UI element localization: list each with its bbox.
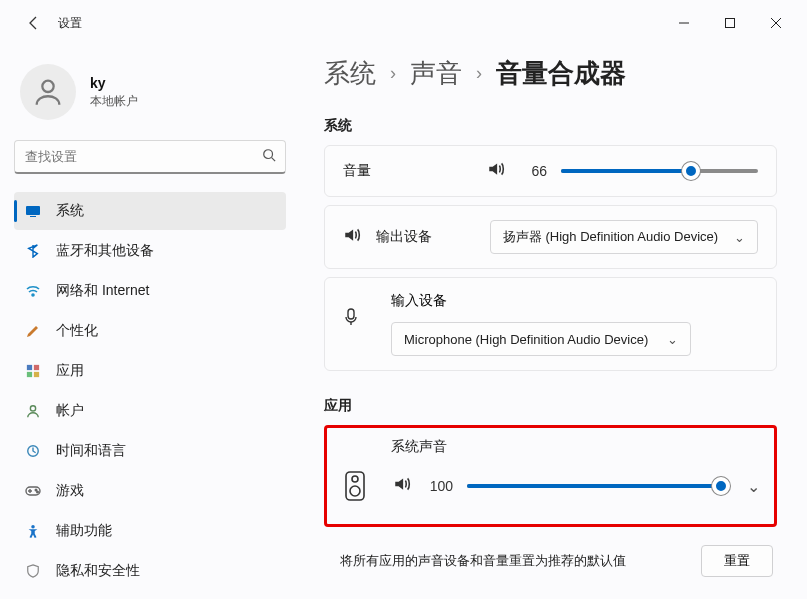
breadcrumb-sound[interactable]: 声音 (410, 56, 462, 91)
clock-icon (24, 442, 42, 460)
app-volume-slider[interactable] (467, 476, 721, 496)
breadcrumb: 系统 › 声音 › 音量合成器 (324, 56, 777, 91)
app-volume-title: 系统声音 (391, 438, 760, 456)
sidebar-item-label: 隐私和安全性 (56, 562, 140, 580)
output-select[interactable]: 扬声器 (High Definition Audio Device) ⌄ (490, 220, 758, 254)
chevron-down-icon[interactable]: ⌄ (747, 477, 760, 496)
svg-rect-6 (30, 216, 36, 217)
avatar (20, 64, 76, 120)
speaker-icon[interactable] (487, 160, 505, 182)
sidebar-item-label: 系统 (56, 202, 84, 220)
sidebar-item-system[interactable]: 系统 (14, 192, 286, 230)
apps-icon (24, 362, 42, 380)
output-label: 输出设备 (376, 228, 462, 246)
volume-card: 音量 66 (324, 145, 777, 197)
svg-rect-8 (27, 365, 32, 370)
accessibility-icon (24, 522, 42, 540)
input-label: 输入设备 (391, 292, 758, 310)
brush-icon (24, 322, 42, 340)
search-input[interactable] (14, 140, 286, 174)
bluetooth-icon (24, 242, 42, 260)
user-subtitle: 本地帐户 (90, 93, 138, 110)
sidebar-item-accessibility[interactable]: 辅助功能 (14, 512, 286, 550)
sidebar-item-bluetooth[interactable]: 蓝牙和其他设备 (14, 232, 286, 270)
sidebar-item-gaming[interactable]: 游戏 (14, 472, 286, 510)
svg-point-22 (350, 486, 360, 496)
svg-point-2 (42, 81, 53, 92)
speaker-icon (343, 226, 362, 248)
sidebar-item-label: 游戏 (56, 482, 84, 500)
nav: 系统 蓝牙和其他设备 网络和 Internet 个性化 应用 帐户 (14, 192, 286, 590)
section-apps-label: 应用 (324, 397, 777, 415)
sidebar-item-accounts[interactable]: 帐户 (14, 392, 286, 430)
window-title: 设置 (58, 15, 82, 32)
account-icon (24, 402, 42, 420)
sidebar-item-label: 应用 (56, 362, 84, 380)
sidebar-item-privacy[interactable]: 隐私和安全性 (14, 552, 286, 590)
svg-rect-9 (34, 365, 39, 370)
system-icon (24, 202, 42, 220)
sidebar-item-label: 个性化 (56, 322, 98, 340)
svg-point-3 (264, 150, 273, 159)
wifi-icon (24, 282, 42, 300)
sidebar-item-time[interactable]: 时间和语言 (14, 432, 286, 470)
user-name: ky (90, 75, 138, 91)
sidebar-item-label: 辅助功能 (56, 522, 112, 540)
system-sounds-icon (341, 466, 369, 506)
input-select-value: Microphone (High Definition Audio Device… (404, 332, 648, 347)
shield-icon (24, 562, 42, 580)
volume-label: 音量 (343, 162, 473, 180)
sidebar-item-apps[interactable]: 应用 (14, 352, 286, 390)
section-system-label: 系统 (324, 117, 777, 135)
svg-rect-10 (27, 372, 32, 377)
breadcrumb-system[interactable]: 系统 (324, 56, 376, 91)
svg-point-17 (31, 525, 35, 529)
svg-point-12 (30, 406, 35, 411)
breadcrumb-current: 音量合成器 (496, 56, 626, 91)
chevron-right-icon: › (390, 63, 396, 84)
microphone-icon (343, 292, 363, 330)
svg-line-4 (272, 158, 276, 162)
sidebar-item-personalization[interactable]: 个性化 (14, 312, 286, 350)
search-icon (262, 148, 276, 166)
app-volume-card: 系统声音 100 ⌄ (324, 425, 777, 527)
back-button[interactable] (18, 15, 50, 31)
sidebar-item-label: 网络和 Internet (56, 282, 149, 300)
svg-point-16 (37, 491, 39, 493)
sidebar-item-label: 蓝牙和其他设备 (56, 242, 154, 260)
main-panel: 系统 › 声音 › 音量合成器 系统 音量 66 (300, 46, 807, 599)
volume-value: 66 (519, 163, 547, 179)
chevron-down-icon: ⌄ (667, 332, 678, 347)
sidebar-item-label: 帐户 (56, 402, 84, 420)
user-card[interactable]: ky 本地帐户 (14, 56, 286, 140)
output-select-value: 扬声器 (High Definition Audio Device) (503, 228, 718, 246)
svg-point-7 (32, 294, 34, 296)
sidebar: ky 本地帐户 系统 蓝牙和其他设备 网络和 Internet (0, 46, 300, 599)
maximize-button[interactable] (707, 8, 753, 38)
svg-rect-1 (726, 19, 735, 28)
input-card: 输入设备 Microphone (High Definition Audio D… (324, 277, 777, 371)
minimize-button[interactable] (661, 8, 707, 38)
svg-rect-18 (348, 309, 354, 319)
chevron-right-icon: › (476, 63, 482, 84)
sidebar-item-label: 时间和语言 (56, 442, 126, 460)
reset-row: 将所有应用的声音设备和音量重置为推荐的默认值 重置 (324, 541, 777, 577)
input-select[interactable]: Microphone (High Definition Audio Device… (391, 322, 691, 356)
speaker-icon[interactable] (393, 475, 411, 497)
title-bar: 设置 (0, 0, 807, 46)
app-volume-value: 100 (425, 478, 453, 494)
chevron-down-icon: ⌄ (734, 230, 745, 245)
close-button[interactable] (753, 8, 799, 38)
svg-point-21 (352, 476, 358, 482)
reset-description: 将所有应用的声音设备和音量重置为推荐的默认值 (340, 552, 626, 570)
sidebar-item-network[interactable]: 网络和 Internet (14, 272, 286, 310)
svg-point-15 (35, 489, 37, 491)
gamepad-icon (24, 482, 42, 500)
reset-button[interactable]: 重置 (701, 545, 773, 577)
output-card: 输出设备 扬声器 (High Definition Audio Device) … (324, 205, 777, 269)
volume-slider[interactable] (561, 161, 758, 181)
svg-rect-5 (26, 206, 40, 215)
svg-rect-11 (34, 372, 39, 377)
